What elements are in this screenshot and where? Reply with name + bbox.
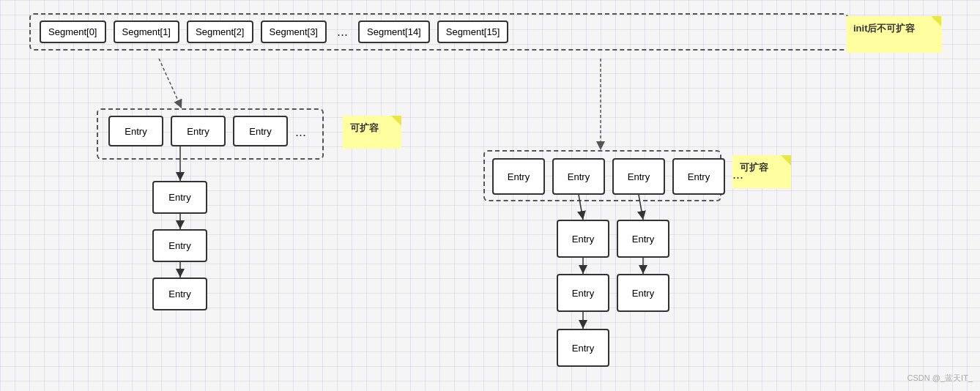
left-chain-entry-1: Entry [152,229,207,262]
left-chain-entry-0: Entry [152,181,207,214]
segment-box-15: Segment[15] [437,21,509,43]
left-group-dots: ... [295,124,306,140]
right-entry-3: Entry [672,158,725,195]
left-entry-2: Entry [233,116,288,146]
segment-row: Segment[0] Segment[1] Segment[2] Segment… [29,13,848,51]
segment-box-3: Segment[3] [261,21,327,43]
right-entry-2: Entry [612,158,665,195]
diagram-container: Segment[0] Segment[1] Segment[2] Segment… [0,0,980,391]
right-group-dots: ... [732,167,743,182]
watermark: CSDN @_蓝天IT_ [907,373,973,384]
right-tree-r2-0: Entry [557,274,609,312]
segment-dots: ... [334,24,351,40]
right-tree-r1-0: Entry [557,220,609,258]
note-no-expand: init后不可扩容 [846,16,941,53]
segment-box-0: Segment[0] [40,21,106,43]
left-entry-1: Entry [171,116,226,146]
right-entry-1: Entry [552,158,605,195]
right-tree-r2-1: Entry [617,274,669,312]
left-entry-0: Entry [108,116,163,146]
segment-box-1: Segment[1] [114,21,180,43]
right-tree-r3-0: Entry [557,329,609,367]
segment-box-14: Segment[14] [358,21,430,43]
note-expandable-left: 可扩容 [343,116,401,149]
right-entry-0: Entry [492,158,545,195]
right-tree-r1-1: Entry [617,220,669,258]
segment-box-2: Segment[2] [187,21,253,43]
left-chain-entry-2: Entry [152,278,207,310]
svg-line-2 [159,59,182,108]
